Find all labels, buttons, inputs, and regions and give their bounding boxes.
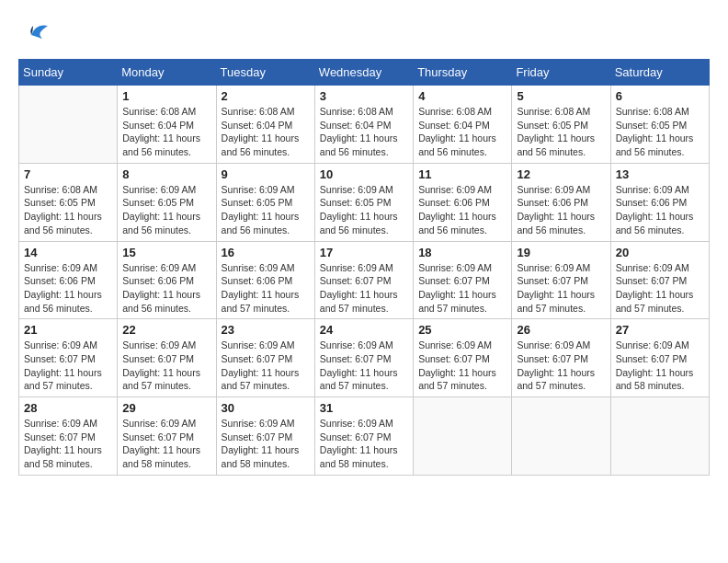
calendar-cell: 16Sunrise: 6:09 AM Sunset: 6:06 PM Dayli…	[216, 241, 314, 319]
day-info: Sunrise: 6:08 AM Sunset: 6:04 PM Dayligh…	[320, 105, 408, 159]
calendar-cell: 8Sunrise: 6:09 AM Sunset: 6:05 PM Daylig…	[118, 163, 216, 241]
day-number: 8	[122, 167, 210, 181]
day-number: 30	[222, 401, 310, 415]
calendar-week-row: 28Sunrise: 6:09 AM Sunset: 6:07 PM Dayli…	[19, 397, 710, 476]
day-number: 7	[24, 167, 112, 181]
day-info: Sunrise: 6:09 AM Sunset: 6:07 PM Dayligh…	[122, 339, 210, 393]
day-info: Sunrise: 6:09 AM Sunset: 6:07 PM Dayligh…	[122, 417, 210, 471]
calendar-cell: 1Sunrise: 6:08 AM Sunset: 6:04 PM Daylig…	[118, 86, 216, 164]
calendar-cell: 22Sunrise: 6:09 AM Sunset: 6:07 PM Dayli…	[118, 319, 216, 397]
day-info: Sunrise: 6:09 AM Sunset: 6:07 PM Dayligh…	[24, 339, 112, 393]
calendar-cell: 19Sunrise: 6:09 AM Sunset: 6:07 PM Dayli…	[512, 241, 610, 319]
day-number: 14	[24, 246, 112, 259]
day-info: Sunrise: 6:09 AM Sunset: 6:05 PM Dayligh…	[222, 183, 310, 237]
calendar-cell: 10Sunrise: 6:09 AM Sunset: 6:05 PM Dayli…	[314, 163, 413, 241]
day-number: 3	[320, 89, 408, 103]
calendar-cell: 20Sunrise: 6:09 AM Sunset: 6:07 PM Dayli…	[610, 241, 709, 319]
calendar-cell: 25Sunrise: 6:09 AM Sunset: 6:07 PM Dayli…	[414, 319, 512, 397]
day-number: 6	[616, 89, 704, 103]
day-number: 22	[122, 323, 210, 337]
day-number: 17	[320, 246, 408, 259]
calendar-cell: 28Sunrise: 6:09 AM Sunset: 6:07 PM Dayli…	[19, 397, 118, 476]
day-number: 5	[517, 89, 605, 103]
day-number: 26	[517, 323, 605, 337]
day-number: 23	[222, 323, 310, 337]
weekday-header-friday: Friday	[512, 60, 610, 86]
logo	[18, 18, 50, 50]
page-header	[18, 18, 710, 50]
calendar-cell: 31Sunrise: 6:09 AM Sunset: 6:07 PM Dayli…	[314, 397, 413, 476]
day-info: Sunrise: 6:09 AM Sunset: 6:06 PM Dayligh…	[24, 261, 112, 316]
weekday-header-tuesday: Tuesday	[216, 60, 314, 86]
day-number: 24	[320, 323, 408, 337]
calendar-cell	[610, 397, 709, 476]
logo-bird-icon	[22, 18, 50, 50]
day-info: Sunrise: 6:09 AM Sunset: 6:06 PM Dayligh…	[616, 183, 704, 237]
day-number: 10	[320, 167, 408, 181]
day-info: Sunrise: 6:08 AM Sunset: 6:04 PM Dayligh…	[122, 105, 210, 159]
day-info: Sunrise: 6:09 AM Sunset: 6:07 PM Dayligh…	[616, 339, 704, 393]
day-number: 1	[122, 89, 210, 103]
day-info: Sunrise: 6:09 AM Sunset: 6:06 PM Dayligh…	[222, 261, 310, 316]
calendar-header: SundayMondayTuesdayWednesdayThursdayFrid…	[19, 60, 710, 86]
day-info: Sunrise: 6:09 AM Sunset: 6:07 PM Dayligh…	[418, 261, 506, 316]
calendar-cell	[19, 86, 118, 164]
day-number: 27	[616, 323, 704, 337]
day-info: Sunrise: 6:09 AM Sunset: 6:07 PM Dayligh…	[517, 261, 605, 316]
day-number: 11	[418, 167, 506, 181]
day-info: Sunrise: 6:09 AM Sunset: 6:07 PM Dayligh…	[24, 417, 112, 471]
calendar-week-row: 7Sunrise: 6:08 AM Sunset: 6:05 PM Daylig…	[19, 163, 710, 241]
day-info: Sunrise: 6:09 AM Sunset: 6:07 PM Dayligh…	[320, 339, 408, 393]
day-number: 16	[222, 246, 310, 259]
calendar-cell: 30Sunrise: 6:09 AM Sunset: 6:07 PM Dayli…	[216, 397, 314, 476]
calendar-cell: 4Sunrise: 6:08 AM Sunset: 6:04 PM Daylig…	[414, 86, 512, 164]
day-info: Sunrise: 6:09 AM Sunset: 6:07 PM Dayligh…	[418, 339, 506, 393]
calendar-cell: 2Sunrise: 6:08 AM Sunset: 6:04 PM Daylig…	[216, 86, 314, 164]
weekday-header-row: SundayMondayTuesdayWednesdayThursdayFrid…	[19, 60, 710, 86]
day-number: 20	[616, 246, 704, 259]
day-info: Sunrise: 6:08 AM Sunset: 6:05 PM Dayligh…	[517, 105, 605, 159]
calendar-table: SundayMondayTuesdayWednesdayThursdayFrid…	[18, 59, 710, 476]
calendar-cell: 9Sunrise: 6:09 AM Sunset: 6:05 PM Daylig…	[216, 163, 314, 241]
day-info: Sunrise: 6:09 AM Sunset: 6:07 PM Dayligh…	[616, 261, 704, 316]
calendar-week-row: 21Sunrise: 6:09 AM Sunset: 6:07 PM Dayli…	[19, 319, 710, 397]
calendar-cell: 12Sunrise: 6:09 AM Sunset: 6:06 PM Dayli…	[512, 163, 610, 241]
day-info: Sunrise: 6:09 AM Sunset: 6:06 PM Dayligh…	[517, 183, 605, 237]
day-info: Sunrise: 6:08 AM Sunset: 6:04 PM Dayligh…	[418, 105, 506, 159]
day-info: Sunrise: 6:09 AM Sunset: 6:07 PM Dayligh…	[222, 417, 310, 471]
calendar-cell: 6Sunrise: 6:08 AM Sunset: 6:05 PM Daylig…	[610, 86, 709, 164]
calendar-cell: 23Sunrise: 6:09 AM Sunset: 6:07 PM Dayli…	[216, 319, 314, 397]
calendar-body: 1Sunrise: 6:08 AM Sunset: 6:04 PM Daylig…	[19, 86, 710, 476]
calendar-cell: 24Sunrise: 6:09 AM Sunset: 6:07 PM Dayli…	[314, 319, 413, 397]
calendar-cell: 11Sunrise: 6:09 AM Sunset: 6:06 PM Dayli…	[414, 163, 512, 241]
day-info: Sunrise: 6:09 AM Sunset: 6:05 PM Dayligh…	[122, 183, 210, 237]
day-number: 12	[517, 167, 605, 181]
day-info: Sunrise: 6:08 AM Sunset: 6:05 PM Dayligh…	[24, 183, 112, 237]
day-info: Sunrise: 6:08 AM Sunset: 6:04 PM Dayligh…	[222, 105, 310, 159]
day-number: 18	[418, 246, 506, 259]
day-number: 31	[320, 401, 408, 415]
calendar-cell: 18Sunrise: 6:09 AM Sunset: 6:07 PM Dayli…	[414, 241, 512, 319]
day-info: Sunrise: 6:09 AM Sunset: 6:05 PM Dayligh…	[320, 183, 408, 237]
day-number: 4	[418, 89, 506, 103]
day-number: 21	[24, 323, 112, 337]
calendar-week-row: 14Sunrise: 6:09 AM Sunset: 6:06 PM Dayli…	[19, 241, 710, 319]
calendar-cell	[512, 397, 610, 476]
calendar-cell: 15Sunrise: 6:09 AM Sunset: 6:06 PM Dayli…	[118, 241, 216, 319]
day-number: 15	[122, 246, 210, 259]
weekday-header-sunday: Sunday	[19, 60, 118, 86]
calendar-cell: 14Sunrise: 6:09 AM Sunset: 6:06 PM Dayli…	[19, 241, 118, 319]
weekday-header-thursday: Thursday	[414, 60, 512, 86]
weekday-header-wednesday: Wednesday	[314, 60, 413, 86]
day-number: 29	[122, 401, 210, 415]
weekday-header-monday: Monday	[118, 60, 216, 86]
day-info: Sunrise: 6:09 AM Sunset: 6:07 PM Dayligh…	[222, 339, 310, 393]
day-info: Sunrise: 6:09 AM Sunset: 6:07 PM Dayligh…	[320, 261, 408, 316]
calendar-cell: 17Sunrise: 6:09 AM Sunset: 6:07 PM Dayli…	[314, 241, 413, 319]
calendar-cell	[414, 397, 512, 476]
day-number: 13	[616, 167, 704, 181]
day-info: Sunrise: 6:09 AM Sunset: 6:06 PM Dayligh…	[122, 261, 210, 316]
calendar-cell: 26Sunrise: 6:09 AM Sunset: 6:07 PM Dayli…	[512, 319, 610, 397]
calendar-week-row: 1Sunrise: 6:08 AM Sunset: 6:04 PM Daylig…	[19, 86, 710, 164]
calendar-cell: 3Sunrise: 6:08 AM Sunset: 6:04 PM Daylig…	[314, 86, 413, 164]
